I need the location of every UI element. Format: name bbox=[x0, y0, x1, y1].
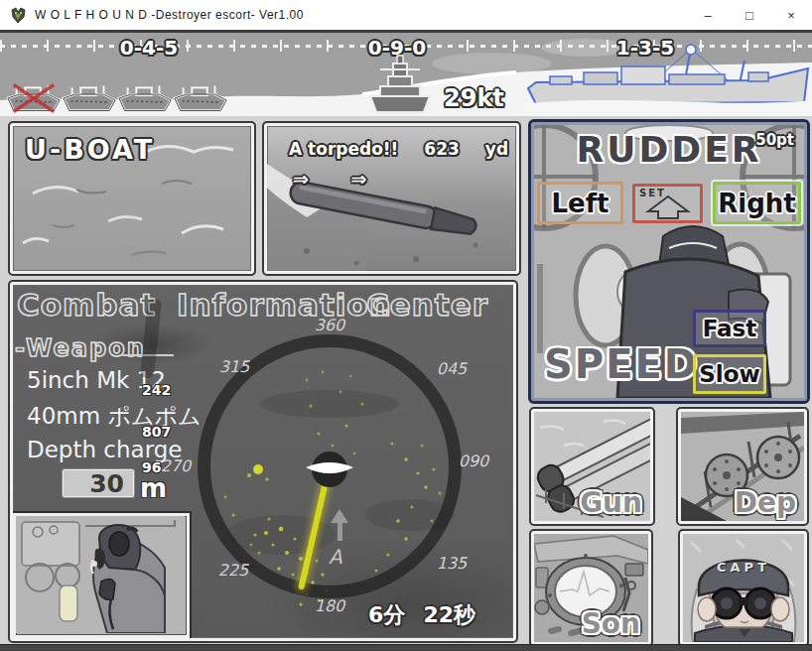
gun-label: Gun bbox=[580, 486, 642, 519]
speed-slow-button[interactable]: Slow bbox=[693, 354, 766, 394]
speed-title: SPEED bbox=[544, 341, 699, 387]
convoy-ship-icon bbox=[62, 82, 117, 114]
compass-label-180: 180 bbox=[315, 596, 345, 615]
maximize-button[interactable]: □ bbox=[729, 0, 770, 30]
sonar-operator-illustration bbox=[16, 516, 185, 633]
rudder-speed-panel: RUDDER 50pt Left SET Right SPEED Fast Sl… bbox=[531, 122, 807, 401]
mission-timer: 6分 22秒 bbox=[368, 600, 475, 630]
captain-command-panel[interactable]: CAPT bbox=[680, 531, 807, 645]
captain-illustration bbox=[683, 534, 804, 642]
convoy-ship-icon bbox=[117, 82, 173, 114]
timer-minutes: 6分 bbox=[368, 600, 405, 630]
rudder-right-button[interactable]: Right bbox=[713, 182, 801, 224]
speed-slow-label: Slow bbox=[699, 361, 760, 387]
compass-label-090: 090 bbox=[459, 452, 489, 470]
uboat-panel-title: U-BOAT bbox=[25, 134, 155, 165]
torpedo-view-panel: A torpedo!! 623 yd ⇒ ⇒ bbox=[264, 123, 519, 274]
minimize-button[interactable]: – bbox=[687, 0, 729, 30]
uboat-view-panel: U-BOAT bbox=[10, 123, 254, 274]
combat-information-center-panel: Combat Information Center -Weapon 5inch … bbox=[10, 282, 516, 641]
battleship-icon bbox=[362, 55, 438, 114]
convoy-speed-label: 29kt bbox=[444, 84, 504, 112]
sonar-operator-inset bbox=[13, 513, 190, 638]
title-bar: W O L F H O U N D -Destroyer escort- Ver… bbox=[0, 0, 812, 33]
sonar-command-panel[interactable]: Son bbox=[531, 531, 651, 645]
speed-fast-label: Fast bbox=[703, 316, 757, 341]
compass-label-045: 045 bbox=[437, 359, 468, 378]
contact-label: A bbox=[329, 545, 342, 569]
timer-seconds: 22秒 bbox=[423, 600, 475, 630]
rudder-left-button[interactable]: Left bbox=[537, 182, 623, 224]
rudder-set-label: SET bbox=[639, 188, 666, 198]
track-direction-arrow-stem bbox=[338, 523, 342, 541]
player-destroyer-icon bbox=[524, 43, 812, 116]
rudder-set-button[interactable]: SET bbox=[632, 184, 703, 223]
torpedo-alert-text: A torpedo!! bbox=[289, 139, 398, 159]
torpedo-range-unit: yd bbox=[485, 139, 508, 159]
compass-label-315: 315 bbox=[219, 357, 250, 376]
son-label: Son bbox=[582, 607, 640, 640]
compass-label-135: 135 bbox=[437, 554, 468, 573]
compass-label-270: 270 bbox=[161, 456, 192, 475]
ownship-icon bbox=[300, 444, 359, 493]
compass-label-360: 360 bbox=[315, 316, 345, 334]
close-button[interactable]: × bbox=[770, 0, 812, 30]
window-title: W O L F H O U N D -Destroyer escort- Ver… bbox=[35, 8, 304, 22]
rudder-points-badge: 50pt bbox=[755, 131, 794, 149]
wolf-icon bbox=[10, 7, 27, 24]
compass-label-225: 225 bbox=[218, 561, 249, 580]
track-direction-arrow-icon bbox=[331, 509, 348, 523]
torpedo-direction-arrows-icon: ⇒ ⇒ bbox=[293, 168, 384, 190]
gun-command-panel[interactable]: Gun bbox=[531, 409, 653, 524]
capt-helmet-label: CAPT bbox=[683, 560, 804, 575]
torpedo-range-value: 623 bbox=[424, 139, 460, 159]
game-window: W O L F H O U N D -Destroyer escort- Ver… bbox=[0, 0, 812, 651]
convoy-ship-icon bbox=[173, 82, 228, 114]
window-bottom-edge bbox=[0, 644, 812, 651]
depth-charge-command-panel[interactable]: Dep bbox=[678, 409, 807, 524]
bearing-strip: 0-4-5 0-9-0 1-3-5 29kt bbox=[0, 33, 812, 116]
rudder-left-label: Left bbox=[552, 189, 609, 218]
speed-fast-button[interactable]: Fast bbox=[693, 310, 766, 347]
rudder-right-label: Right bbox=[718, 189, 795, 218]
dep-label: Dep bbox=[735, 486, 796, 519]
sunk-x-icon bbox=[6, 82, 62, 114]
